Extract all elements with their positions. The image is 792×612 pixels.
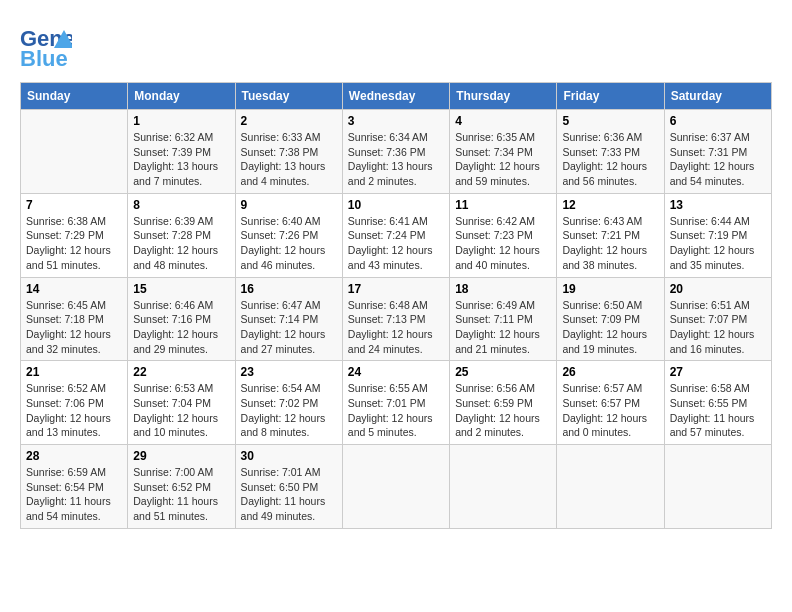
weekday-header: Thursday — [450, 83, 557, 110]
day-number: 10 — [348, 198, 444, 212]
day-info: Sunrise: 6:45 AM Sunset: 7:18 PM Dayligh… — [26, 298, 122, 357]
day-number: 15 — [133, 282, 229, 296]
day-number: 17 — [348, 282, 444, 296]
day-info: Sunrise: 6:32 AM Sunset: 7:39 PM Dayligh… — [133, 130, 229, 189]
calendar-cell: 15Sunrise: 6:46 AM Sunset: 7:16 PM Dayli… — [128, 277, 235, 361]
day-info: Sunrise: 6:38 AM Sunset: 7:29 PM Dayligh… — [26, 214, 122, 273]
calendar-cell: 2Sunrise: 6:33 AM Sunset: 7:38 PM Daylig… — [235, 110, 342, 194]
day-info: Sunrise: 6:53 AM Sunset: 7:04 PM Dayligh… — [133, 381, 229, 440]
calendar-cell: 22Sunrise: 6:53 AM Sunset: 7:04 PM Dayli… — [128, 361, 235, 445]
page-header: General Blue — [20, 20, 772, 72]
day-number: 3 — [348, 114, 444, 128]
calendar-week-row: 28Sunrise: 6:59 AM Sunset: 6:54 PM Dayli… — [21, 445, 772, 529]
day-number: 28 — [26, 449, 122, 463]
calendar-cell: 24Sunrise: 6:55 AM Sunset: 7:01 PM Dayli… — [342, 361, 449, 445]
calendar-cell: 11Sunrise: 6:42 AM Sunset: 7:23 PM Dayli… — [450, 193, 557, 277]
day-info: Sunrise: 6:55 AM Sunset: 7:01 PM Dayligh… — [348, 381, 444, 440]
day-info: Sunrise: 6:52 AM Sunset: 7:06 PM Dayligh… — [26, 381, 122, 440]
calendar-header-row: SundayMondayTuesdayWednesdayThursdayFrid… — [21, 83, 772, 110]
day-info: Sunrise: 6:51 AM Sunset: 7:07 PM Dayligh… — [670, 298, 766, 357]
calendar-week-row: 14Sunrise: 6:45 AM Sunset: 7:18 PM Dayli… — [21, 277, 772, 361]
day-number: 30 — [241, 449, 337, 463]
weekday-header: Tuesday — [235, 83, 342, 110]
day-number: 13 — [670, 198, 766, 212]
calendar-cell: 6Sunrise: 6:37 AM Sunset: 7:31 PM Daylig… — [664, 110, 771, 194]
day-number: 27 — [670, 365, 766, 379]
day-info: Sunrise: 6:43 AM Sunset: 7:21 PM Dayligh… — [562, 214, 658, 273]
svg-text:Blue: Blue — [20, 46, 68, 71]
calendar-cell: 9Sunrise: 6:40 AM Sunset: 7:26 PM Daylig… — [235, 193, 342, 277]
day-number: 22 — [133, 365, 229, 379]
weekday-header: Monday — [128, 83, 235, 110]
calendar-cell — [664, 445, 771, 529]
day-number: 8 — [133, 198, 229, 212]
day-number: 1 — [133, 114, 229, 128]
calendar-cell: 28Sunrise: 6:59 AM Sunset: 6:54 PM Dayli… — [21, 445, 128, 529]
day-info: Sunrise: 6:35 AM Sunset: 7:34 PM Dayligh… — [455, 130, 551, 189]
day-info: Sunrise: 6:50 AM Sunset: 7:09 PM Dayligh… — [562, 298, 658, 357]
day-number: 11 — [455, 198, 551, 212]
day-number: 12 — [562, 198, 658, 212]
day-info: Sunrise: 6:42 AM Sunset: 7:23 PM Dayligh… — [455, 214, 551, 273]
calendar-cell: 14Sunrise: 6:45 AM Sunset: 7:18 PM Dayli… — [21, 277, 128, 361]
weekday-header: Friday — [557, 83, 664, 110]
day-number: 16 — [241, 282, 337, 296]
day-number: 21 — [26, 365, 122, 379]
calendar-cell: 3Sunrise: 6:34 AM Sunset: 7:36 PM Daylig… — [342, 110, 449, 194]
day-info: Sunrise: 6:33 AM Sunset: 7:38 PM Dayligh… — [241, 130, 337, 189]
day-info: Sunrise: 6:54 AM Sunset: 7:02 PM Dayligh… — [241, 381, 337, 440]
day-info: Sunrise: 6:57 AM Sunset: 6:57 PM Dayligh… — [562, 381, 658, 440]
calendar-cell: 4Sunrise: 6:35 AM Sunset: 7:34 PM Daylig… — [450, 110, 557, 194]
calendar-cell: 23Sunrise: 6:54 AM Sunset: 7:02 PM Dayli… — [235, 361, 342, 445]
day-info: Sunrise: 7:00 AM Sunset: 6:52 PM Dayligh… — [133, 465, 229, 524]
day-number: 19 — [562, 282, 658, 296]
calendar-cell — [21, 110, 128, 194]
calendar-cell: 8Sunrise: 6:39 AM Sunset: 7:28 PM Daylig… — [128, 193, 235, 277]
calendar-cell: 29Sunrise: 7:00 AM Sunset: 6:52 PM Dayli… — [128, 445, 235, 529]
weekday-header: Wednesday — [342, 83, 449, 110]
day-info: Sunrise: 6:41 AM Sunset: 7:24 PM Dayligh… — [348, 214, 444, 273]
calendar-cell: 26Sunrise: 6:57 AM Sunset: 6:57 PM Dayli… — [557, 361, 664, 445]
calendar-cell: 12Sunrise: 6:43 AM Sunset: 7:21 PM Dayli… — [557, 193, 664, 277]
day-number: 4 — [455, 114, 551, 128]
day-info: Sunrise: 6:36 AM Sunset: 7:33 PM Dayligh… — [562, 130, 658, 189]
calendar-cell: 19Sunrise: 6:50 AM Sunset: 7:09 PM Dayli… — [557, 277, 664, 361]
day-info: Sunrise: 6:46 AM Sunset: 7:16 PM Dayligh… — [133, 298, 229, 357]
day-info: Sunrise: 6:44 AM Sunset: 7:19 PM Dayligh… — [670, 214, 766, 273]
day-number: 25 — [455, 365, 551, 379]
day-number: 24 — [348, 365, 444, 379]
day-info: Sunrise: 6:39 AM Sunset: 7:28 PM Dayligh… — [133, 214, 229, 273]
day-number: 14 — [26, 282, 122, 296]
day-number: 29 — [133, 449, 229, 463]
calendar-cell — [342, 445, 449, 529]
calendar-cell: 25Sunrise: 6:56 AM Sunset: 6:59 PM Dayli… — [450, 361, 557, 445]
calendar-table: SundayMondayTuesdayWednesdayThursdayFrid… — [20, 82, 772, 529]
calendar-week-row: 21Sunrise: 6:52 AM Sunset: 7:06 PM Dayli… — [21, 361, 772, 445]
day-info: Sunrise: 7:01 AM Sunset: 6:50 PM Dayligh… — [241, 465, 337, 524]
calendar-cell: 1Sunrise: 6:32 AM Sunset: 7:39 PM Daylig… — [128, 110, 235, 194]
calendar-cell — [450, 445, 557, 529]
day-info: Sunrise: 6:56 AM Sunset: 6:59 PM Dayligh… — [455, 381, 551, 440]
day-info: Sunrise: 6:49 AM Sunset: 7:11 PM Dayligh… — [455, 298, 551, 357]
day-info: Sunrise: 6:48 AM Sunset: 7:13 PM Dayligh… — [348, 298, 444, 357]
calendar-cell: 10Sunrise: 6:41 AM Sunset: 7:24 PM Dayli… — [342, 193, 449, 277]
day-number: 23 — [241, 365, 337, 379]
calendar-body: 1Sunrise: 6:32 AM Sunset: 7:39 PM Daylig… — [21, 110, 772, 529]
calendar-week-row: 7Sunrise: 6:38 AM Sunset: 7:29 PM Daylig… — [21, 193, 772, 277]
day-number: 26 — [562, 365, 658, 379]
day-info: Sunrise: 6:58 AM Sunset: 6:55 PM Dayligh… — [670, 381, 766, 440]
day-info: Sunrise: 6:59 AM Sunset: 6:54 PM Dayligh… — [26, 465, 122, 524]
calendar-week-row: 1Sunrise: 6:32 AM Sunset: 7:39 PM Daylig… — [21, 110, 772, 194]
calendar-cell: 7Sunrise: 6:38 AM Sunset: 7:29 PM Daylig… — [21, 193, 128, 277]
calendar-cell: 16Sunrise: 6:47 AM Sunset: 7:14 PM Dayli… — [235, 277, 342, 361]
day-info: Sunrise: 6:40 AM Sunset: 7:26 PM Dayligh… — [241, 214, 337, 273]
day-number: 18 — [455, 282, 551, 296]
calendar-cell: 5Sunrise: 6:36 AM Sunset: 7:33 PM Daylig… — [557, 110, 664, 194]
calendar-cell: 13Sunrise: 6:44 AM Sunset: 7:19 PM Dayli… — [664, 193, 771, 277]
calendar-cell: 30Sunrise: 7:01 AM Sunset: 6:50 PM Dayli… — [235, 445, 342, 529]
day-number: 6 — [670, 114, 766, 128]
day-number: 20 — [670, 282, 766, 296]
day-number: 7 — [26, 198, 122, 212]
day-number: 5 — [562, 114, 658, 128]
logo: General Blue — [20, 20, 72, 72]
